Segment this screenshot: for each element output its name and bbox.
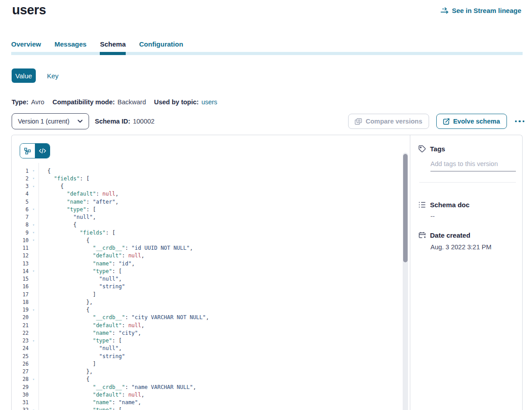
- ellipsis-dot: [523, 120, 525, 123]
- line-number: 24: [12, 345, 29, 351]
- code-line: 15 "null",: [12, 275, 401, 283]
- line-number: 25: [12, 353, 29, 359]
- tab-bar: Overview Messages Schema Configuration: [11, 40, 523, 55]
- line-number: 7: [12, 214, 29, 220]
- line-number: 14: [12, 268, 29, 274]
- code-line: 19▾ {: [12, 306, 401, 314]
- code-text: "name": "name",: [38, 399, 141, 406]
- code-line: 1▾{: [12, 167, 401, 175]
- date-created-section-header: Date created: [418, 231, 470, 239]
- stream-lineage-link[interactable]: See in Stream lineage: [440, 7, 521, 14]
- fold-toggle-icon[interactable]: ▾: [29, 223, 38, 227]
- code-line: 30 "default": null,: [12, 391, 401, 398]
- key-toggle-button[interactable]: Key: [47, 72, 59, 80]
- line-number: 19: [12, 307, 29, 313]
- code-line: 2▾ "fields": [: [12, 175, 401, 182]
- tab-schema[interactable]: Schema: [100, 40, 126, 55]
- code-text: "name": "after",: [38, 199, 119, 205]
- tags-title: Tags: [430, 145, 445, 153]
- code-text: "name": "city",: [38, 330, 141, 336]
- code-line: 18 },: [12, 298, 401, 306]
- line-number: 3: [12, 183, 29, 189]
- fold-toggle-icon[interactable]: ▾: [29, 207, 38, 211]
- line-number: 17: [12, 291, 29, 298]
- code-text: "fields": [: [38, 230, 115, 236]
- fold-toggle-icon[interactable]: ▾: [29, 269, 38, 273]
- code-text: "__crdb__": "name VARCHAR NULL",: [38, 384, 196, 390]
- type-value: Avro: [31, 98, 45, 106]
- schema-actions: Compare versions Evolve schema: [348, 114, 525, 129]
- topic-link[interactable]: users: [201, 98, 217, 106]
- fold-toggle-icon[interactable]: ▾: [29, 231, 38, 235]
- editor-scrollbar[interactable]: [403, 153, 408, 410]
- line-number: 20: [12, 314, 29, 320]
- line-number: 30: [12, 392, 29, 398]
- evolve-schema-label: Evolve schema: [453, 118, 500, 125]
- type-label: Type:: [12, 98, 29, 106]
- code-text: {: [38, 307, 89, 313]
- fold-toggle-icon[interactable]: ▾: [29, 169, 38, 173]
- schema-doc-section-header: Schema doc: [418, 201, 469, 209]
- fold-toggle-icon[interactable]: ▾: [29, 408, 38, 410]
- fold-toggle-icon[interactable]: ▾: [29, 238, 38, 242]
- code-line: 14▾ "type": [: [12, 267, 401, 275]
- code-line: 26 ]: [12, 360, 401, 367]
- code-view-icon: [39, 148, 46, 154]
- more-options-button[interactable]: [514, 119, 526, 124]
- code-line: 22 "name": "city",: [12, 329, 401, 337]
- line-number: 12: [12, 252, 29, 259]
- fold-toggle-icon[interactable]: ▾: [29, 176, 38, 180]
- code-text: "type": [: [38, 206, 96, 213]
- schema-page: users See in Stream lineage Overview Mes…: [0, 0, 532, 410]
- line-number: 29: [12, 384, 29, 390]
- version-select-value: Version 1 (current): [18, 118, 69, 125]
- code-line: 17 ]: [12, 290, 401, 298]
- code-text: "fields": [: [38, 175, 89, 182]
- code-line: 25 "string": [12, 352, 401, 360]
- code-line: 32▾ "type": [: [12, 406, 401, 410]
- line-number: 10: [12, 237, 29, 243]
- used-by-topic-label: Used by topic:: [154, 98, 199, 106]
- code-text: "type": [: [38, 337, 122, 344]
- code-line: 21 "default": null,: [12, 321, 401, 329]
- date-created-title: Date created: [430, 231, 470, 239]
- code-view-button[interactable]: [35, 144, 50, 158]
- scrollbar-thumb[interactable]: [403, 154, 408, 262]
- calendar-add-icon: [418, 231, 426, 239]
- code-text: "type": [: [38, 407, 122, 410]
- add-tags-input[interactable]: [430, 158, 516, 171]
- fold-toggle-icon[interactable]: ▾: [29, 308, 38, 312]
- line-number: 27: [12, 368, 29, 375]
- sidebar-divider: [419, 182, 516, 183]
- code-text: ]: [38, 361, 96, 367]
- value-key-toggle: Value Key: [12, 68, 59, 83]
- line-number: 8: [12, 222, 29, 228]
- evolve-schema-button[interactable]: Evolve schema: [436, 114, 507, 129]
- schema-meta: Type: Avro Compatibility mode: Backward …: [12, 98, 217, 106]
- version-select[interactable]: Version 1 (current): [12, 113, 89, 129]
- line-number: 15: [12, 276, 29, 282]
- code-line: 23▾ "type": [: [12, 337, 401, 345]
- code-text: },: [38, 368, 93, 375]
- fold-toggle-icon[interactable]: ▾: [29, 339, 38, 343]
- code-line: 4 "default": null,: [12, 190, 401, 198]
- tree-view-button[interactable]: [20, 144, 35, 158]
- compare-versions-button[interactable]: Compare versions: [348, 114, 429, 129]
- tags-section-header: Tags: [418, 145, 445, 153]
- code-line: 11 "__crdb__": "id UUID NOT NULL",: [12, 244, 401, 252]
- code-text: "type": [: [38, 268, 122, 274]
- line-number: 2: [12, 175, 29, 182]
- ellipsis-dot: [515, 120, 517, 123]
- code-text: "__crdb__": "id UUID NOT NULL",: [38, 245, 193, 251]
- code-text: "__crdb__": "city VARCHAR NOT NULL",: [38, 314, 209, 320]
- fold-toggle-icon[interactable]: ▾: [29, 377, 38, 381]
- line-number: 21: [12, 322, 29, 329]
- code-text: "name": "id",: [38, 261, 135, 267]
- code-line: 16 "string": [12, 283, 401, 290]
- fold-toggle-icon[interactable]: ▾: [29, 184, 38, 188]
- code-line: 29 "__crdb__": "name VARCHAR NULL",: [12, 383, 401, 391]
- line-number: 13: [12, 261, 29, 267]
- value-toggle-button[interactable]: Value: [12, 68, 36, 83]
- stream-lineage-icon: [440, 7, 449, 14]
- schema-id-label: Schema ID:: [95, 118, 130, 125]
